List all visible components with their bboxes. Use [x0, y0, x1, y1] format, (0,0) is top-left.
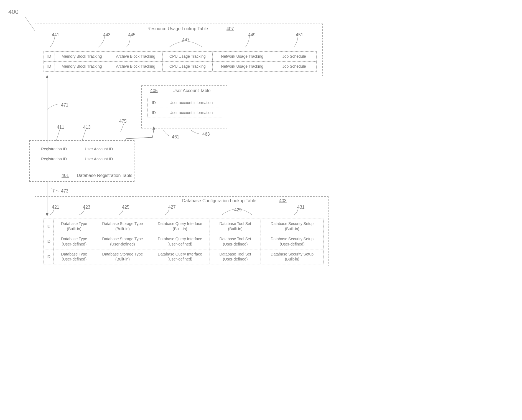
dc-cell-storage: Database Storage Type(Built-in) [95, 249, 151, 264]
user-account-table: ID User account information ID User acco… [147, 98, 222, 118]
resource-usage-ref: 407 [226, 26, 234, 31]
dc-cell-sec: Database Security Setup(Built-in) [261, 219, 323, 234]
dc-cell-tool: Database Tool Set(User-defined) [210, 234, 261, 249]
ru-cell-job: Job Schedule [272, 52, 316, 61]
ru-cell-mem: Memory Block Tracking [55, 52, 109, 61]
ru-cell-arch: Archive Block Tracking [109, 52, 163, 61]
table-row: ID Memory Block Tracking Archive Block T… [44, 52, 316, 62]
ref-449: 449 [248, 32, 256, 37]
table-row: ID Memory Block Tracking Archive Block T… [44, 62, 316, 71]
dc-cell-query: Database Query Interface(User-defined) [150, 249, 210, 264]
dc-cell-query: Database Query Interface(Built-in) [150, 219, 210, 234]
table-row: ID Database Type(Built-in) Database Stor… [44, 219, 323, 234]
ref-411: 411 [57, 125, 64, 130]
ref-423: 423 [83, 205, 90, 210]
dc-cell-id: ID [44, 234, 54, 249]
dc-cell-sec: Database Security Setup(User-defined) [261, 234, 323, 249]
ref-447: 447 [182, 37, 190, 42]
ru-cell-net: Network Usage Tracking [213, 52, 272, 61]
dc-cell-type: Database Type(User-defined) [54, 234, 95, 249]
registration-ref: 401 [62, 173, 69, 178]
ua-cell-info: User account information [160, 98, 222, 108]
registration-title: Database Registration Table [77, 173, 133, 178]
ref-421: 421 [52, 205, 59, 210]
ru-cell-job: Job Schedule [272, 62, 316, 71]
db-config-table: ID Database Type(Built-in) Database Stor… [44, 219, 324, 264]
table-row: Registration ID User Account ID [34, 144, 124, 154]
dc-cell-tool: Database Tool Set(Built-in) [210, 219, 261, 234]
table-row: ID Database Type(User-defined) Database … [44, 249, 323, 264]
ua-cell-info: User account information [160, 108, 222, 118]
reg-cell-regid: Registration ID [34, 154, 74, 164]
ref-441: 441 [52, 32, 59, 37]
ref-451: 451 [296, 32, 303, 37]
dc-cell-tool: Database Tool Set(User-defined) [210, 249, 261, 264]
dc-cell-sec: Database Security Setup(Built-in) [261, 249, 323, 264]
reg-cell-uid: User Account ID [74, 154, 124, 164]
ref-425: 425 [122, 205, 129, 210]
ref-431: 431 [297, 205, 305, 210]
dc-cell-id: ID [44, 219, 54, 234]
db-config-ref: 403 [279, 198, 287, 203]
ref-443: 443 [103, 32, 111, 37]
reg-cell-uid: User Account ID [74, 144, 124, 154]
resource-usage-table: ID Memory Block Tracking Archive Block T… [44, 51, 317, 72]
dc-cell-id: ID [44, 249, 54, 264]
table-row: ID User account information [148, 98, 222, 108]
ru-cell-cpu: CPU Usage Tracking [163, 52, 213, 61]
table-row: ID Database Type(User-defined) Database … [44, 234, 323, 249]
user-account-title: User Account Table [172, 88, 211, 93]
ref-463: 463 [202, 132, 210, 137]
ru-cell-id: ID [44, 52, 55, 61]
dc-cell-storage: Database Storage Type(User-defined) [95, 234, 151, 249]
resource-usage-title: Resource Usage Lookup Table [147, 26, 208, 31]
resource-usage-lookup-table-container: Resource Usage Lookup Table 407 441 443 … [35, 24, 323, 76]
ru-cell-cpu: CPU Usage Tracking [163, 62, 213, 71]
registration-table: Registration ID User Account ID Registra… [34, 144, 124, 164]
table-row: Registration ID User Account ID [34, 154, 124, 164]
user-account-table-container: 405 User Account Table ID User account i… [141, 85, 227, 128]
reg-cell-regid: Registration ID [34, 144, 74, 154]
dc-cell-type: Database Type(User-defined) [54, 249, 95, 264]
ref-475: 475 [119, 119, 127, 124]
table-row: ID User account information [148, 108, 222, 118]
dc-cell-type: Database Type(Built-in) [54, 219, 95, 234]
dc-cell-query: Database Query Interface(User-defined) [150, 234, 210, 249]
ref-445: 445 [128, 32, 136, 37]
figure-number: 400 [8, 8, 19, 16]
dc-cell-storage: Database Storage Type(Built-in) [95, 219, 151, 234]
ref-413: 413 [83, 125, 91, 130]
db-config-title: Database Configuration Lookup Table [182, 198, 256, 203]
ru-cell-arch: Archive Block Tracking [109, 62, 163, 71]
ref-473: 473 [61, 189, 68, 194]
ua-cell-id: ID [148, 108, 160, 118]
registration-table-container: Registration ID User Account ID Registra… [29, 140, 134, 182]
continuation-mark: \ [53, 188, 54, 194]
user-account-ref: 405 [150, 88, 158, 93]
ref-471: 471 [61, 103, 68, 108]
ua-cell-id: ID [148, 98, 160, 108]
ref-461: 461 [172, 135, 179, 140]
ru-cell-mem: Memory Block Tracking [55, 62, 109, 71]
ref-427: 427 [168, 205, 176, 210]
ru-cell-net: Network Usage Tracking [213, 62, 272, 71]
db-config-table-container: Database Configuration Lookup Table 403 … [35, 196, 329, 266]
ru-cell-id: ID [44, 62, 55, 71]
ref-429: 429 [234, 208, 242, 212]
